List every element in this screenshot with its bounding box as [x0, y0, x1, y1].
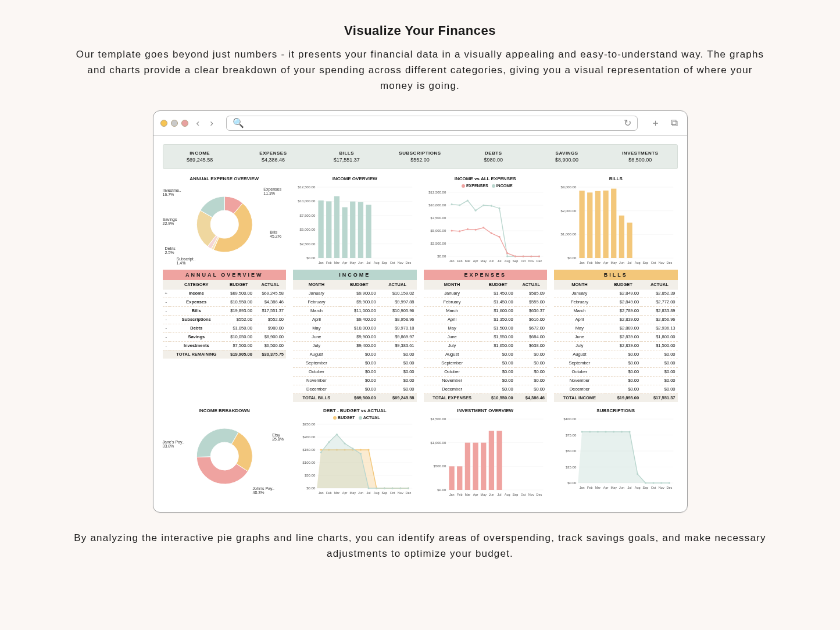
panel-subs: SUBSCRIPTIONS $0.00$25.00$50.00$75.00$10…: [554, 407, 678, 497]
window-dots: [160, 120, 188, 127]
table-row: June$1,550.00$684.00: [424, 332, 548, 341]
table-row: September$0.00$0.00: [554, 359, 678, 367]
svg-text:Feb: Feb: [457, 259, 462, 263]
table-row: May$10,000.00$9,970.18: [293, 324, 417, 332]
panel-title: SUBSCRIPTIONS: [554, 408, 678, 413]
svg-text:Apr: Apr: [473, 259, 478, 263]
svg-text:Dec: Dec: [536, 493, 542, 496]
svg-rect-187: [473, 442, 478, 489]
kpi-tile: SUBSCRIPTIONS$552.00: [383, 151, 456, 163]
svg-rect-188: [481, 442, 486, 489]
svg-rect-185: [457, 466, 462, 490]
svg-text:Feb: Feb: [326, 261, 331, 264]
panel-title: INCOME vs ALL EXPENSES: [424, 176, 548, 181]
svg-point-223: [621, 431, 623, 432]
chart-bar-investment: $0.00$500.00$1,000.00$1,500.00JanFebMarA…: [424, 416, 548, 497]
svg-point-83: [538, 255, 539, 257]
svg-point-219: [589, 431, 591, 432]
panel-title: INVESTMENT OVERVIEW: [424, 408, 548, 413]
reload-icon[interactable]: ↻: [624, 117, 631, 128]
svg-text:$5,000.00: $5,000.00: [430, 229, 446, 232]
table-row: October$0.00$0.00: [554, 367, 678, 376]
window-dot[interactable]: [171, 120, 178, 127]
svg-text:Jul: Jul: [497, 259, 501, 263]
svg-text:$25.00: $25.00: [566, 465, 577, 468]
svg-point-157: [360, 453, 362, 454]
svg-text:Aug: Aug: [504, 259, 510, 263]
svg-text:Aug: Aug: [374, 491, 380, 495]
svg-text:Jun: Jun: [358, 491, 363, 495]
page-footer-text: By analyzing the interactive pie graphs …: [54, 530, 787, 561]
svg-text:$2,500.00: $2,500.00: [300, 242, 316, 245]
table-header: EXPENSES: [424, 270, 548, 280]
svg-text:Feb: Feb: [326, 491, 331, 495]
svg-text:Mar: Mar: [595, 261, 601, 264]
window-dot[interactable]: [160, 120, 167, 127]
kpi-tile: INVESTMENTS$6,500.00: [603, 151, 677, 163]
svg-point-67: [506, 255, 508, 257]
forward-button[interactable]: ›: [208, 117, 216, 129]
svg-text:Jan: Jan: [319, 491, 324, 495]
svg-text:Dec: Dec: [406, 261, 412, 264]
svg-text:$5,000.00: $5,000.00: [300, 228, 316, 231]
svg-text:Nov: Nov: [398, 261, 403, 264]
table-row: July$1,650.00$638.00: [424, 341, 548, 350]
svg-text:$0.00: $0.00: [306, 486, 316, 490]
svg-text:$1,000.00: $1,000.00: [561, 232, 577, 236]
panel-title: INCOME OVERVIEW: [293, 176, 417, 181]
chart-bar-bills: $0.00$1,000.00$2,000.00$3,000.00JanFebMa…: [554, 184, 678, 265]
svg-point-145: [360, 449, 362, 450]
tabs-icon[interactable]: ⧉: [669, 117, 680, 129]
url-bar[interactable]: 🔍 ↻: [226, 116, 638, 131]
svg-text:$10,000.00: $10,000.00: [428, 203, 446, 207]
chart-area-debt: $0.00$50.00$100.00$150.00$200.00$250.00J…: [293, 421, 417, 495]
svg-point-64: [482, 204, 484, 206]
table-row: June$2,839.00$1,800.00: [554, 332, 678, 341]
svg-text:Feb: Feb: [457, 493, 462, 496]
svg-point-80: [514, 255, 516, 257]
svg-text:Sep: Sep: [643, 486, 649, 489]
kpi-tile: EXPENSES$4,386.46: [237, 151, 310, 163]
table-row: December$0.00$0.00: [424, 385, 548, 393]
svg-point-74: [466, 228, 468, 230]
table-annual-overview: ANNUAL OVERVIEW CATEGORYBUDGETACTUAL+Inc…: [163, 270, 287, 402]
svg-point-62: [466, 199, 468, 201]
panel-title: BILLS: [554, 176, 678, 181]
svg-point-75: [474, 228, 476, 230]
svg-point-73: [459, 230, 460, 232]
chart-legend: BUDGETACTUAL: [293, 416, 417, 420]
table-row: -Savings$10,050.00$8,900.00: [163, 332, 287, 341]
svg-point-60: [451, 203, 452, 205]
svg-rect-110: [627, 223, 632, 258]
table-row: April$1,350.00$616.00: [424, 315, 548, 324]
svg-text:$12,500.00: $12,500.00: [298, 185, 316, 189]
svg-text:Oct: Oct: [651, 261, 656, 264]
browser-chrome: ‹ › 🔍 ↻ ＋ ⧉: [153, 111, 687, 136]
svg-text:Jul: Jul: [628, 486, 632, 489]
svg-point-61: [459, 204, 460, 206]
svg-text:Dec: Dec: [667, 261, 673, 264]
svg-text:Oct: Oct: [390, 491, 395, 495]
svg-point-222: [613, 431, 614, 432]
svg-text:May: May: [480, 493, 487, 496]
svg-rect-109: [619, 215, 624, 257]
svg-rect-190: [496, 431, 502, 490]
svg-point-162: [399, 487, 401, 489]
table-row: February$2,849.00$2,772.00: [554, 298, 678, 306]
svg-text:$12,500.00: $12,500.00: [428, 191, 446, 194]
window-dot[interactable]: [181, 120, 188, 127]
svg-text:Aug: Aug: [374, 261, 380, 264]
table-row: -Investments$7,500.00$6,500.00: [163, 341, 287, 350]
svg-text:$0.00: $0.00: [567, 256, 577, 260]
table-row: March$2,789.00$2,833.89: [554, 306, 678, 315]
new-tab-button[interactable]: ＋: [648, 116, 663, 130]
svg-point-226: [645, 482, 646, 484]
back-button[interactable]: ‹: [194, 117, 202, 129]
svg-text:$2,000.00: $2,000.00: [561, 209, 577, 212]
svg-text:$150.00: $150.00: [303, 448, 316, 452]
table-row: September$0.00$0.00: [424, 359, 548, 367]
svg-rect-27: [342, 207, 347, 257]
svg-text:$100.00: $100.00: [564, 417, 577, 421]
table-header: BILLS: [554, 270, 678, 280]
svg-text:$100.00: $100.00: [303, 461, 316, 464]
